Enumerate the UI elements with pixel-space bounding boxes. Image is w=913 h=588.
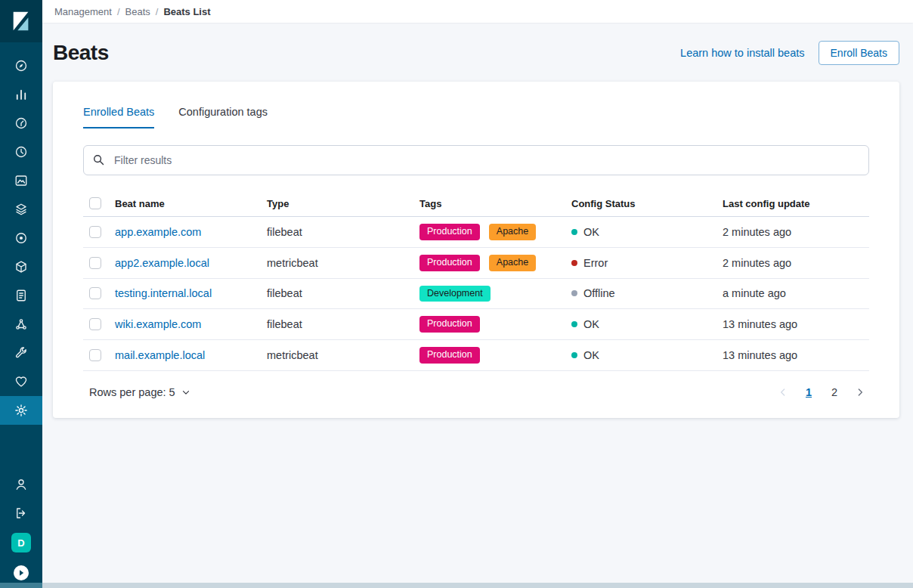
sidebar-item-apm[interactable] — [0, 224, 42, 252]
space-switcher-badge[interactable]: D — [11, 533, 31, 552]
tab-configuration-tags[interactable]: Configuration tags — [178, 98, 268, 128]
tag-badge[interactable]: Production — [419, 255, 480, 271]
beat-type: filebeat — [267, 287, 302, 299]
row-checkbox[interactable] — [89, 318, 101, 330]
row-checkbox[interactable] — [89, 226, 101, 238]
beat-type: metricbeat — [267, 257, 318, 269]
beats-panel: Enrolled Beats Configuration tags Beat n… — [53, 82, 899, 418]
row-checkbox[interactable] — [89, 349, 101, 361]
beat-name-link[interactable]: mail.example.local — [115, 349, 205, 361]
breadcrumb-beats[interactable]: Beats — [125, 6, 150, 17]
canvas-icon — [14, 174, 28, 187]
status-dot — [571, 352, 577, 358]
breadcrumb-current: Beats List — [163, 6, 210, 17]
collapse-nav-button[interactable] — [12, 564, 30, 582]
sidebar-item-canvas[interactable] — [0, 166, 42, 195]
tag-badge[interactable]: Production — [419, 224, 480, 240]
column-header-tags: Tags — [413, 190, 565, 217]
apm-icon — [14, 231, 28, 245]
table-row: wiki.example.com filebeat Production OK … — [83, 309, 869, 340]
table-row: testing.internal.local filebeat Developm… — [83, 278, 869, 309]
filter-input[interactable] — [83, 145, 869, 175]
select-all-checkbox[interactable] — [89, 197, 101, 209]
beat-name-link[interactable]: app.example.com — [115, 226, 201, 238]
rows-per-page-label: Rows per page: 5 — [89, 386, 175, 398]
table-footer: Rows per page: 5 1 2 — [83, 382, 869, 403]
beat-name-link[interactable]: app2.example.local — [115, 257, 209, 269]
beat-name-link[interactable]: wiki.example.com — [115, 318, 201, 330]
table-header-row: Beat name Type Tags Config Status Last c… — [83, 190, 869, 217]
discover-icon — [14, 59, 28, 73]
sidebar-nav — [0, 51, 42, 425]
breadcrumb-management[interactable]: Management — [54, 6, 112, 17]
install-beats-link[interactable]: Learn how to install beats — [680, 47, 804, 59]
sidebar-item-dev-tools[interactable] — [0, 339, 42, 367]
maps-icon — [14, 203, 28, 216]
main-content: Management / Beats / Beats List Beats Le… — [42, 0, 913, 588]
sidebar: D — [0, 0, 42, 588]
status-dot — [571, 260, 577, 266]
dashboard-icon — [14, 116, 28, 130]
sidebar-item-logs[interactable] — [0, 281, 42, 310]
page-title: Beats — [53, 41, 109, 65]
sidebar-item-management[interactable] — [0, 396, 42, 425]
table-row: mail.example.local metricbeat Production… — [83, 340, 869, 371]
sidebar-item-dashboard[interactable] — [0, 109, 42, 138]
chevron-right-icon — [854, 386, 866, 398]
management-icon — [14, 404, 28, 417]
chevron-down-icon — [181, 387, 191, 398]
last-config-update: a minute ago — [723, 287, 786, 299]
tab-enrolled-beats[interactable]: Enrolled Beats — [83, 98, 154, 128]
sidebar-bottom: D — [0, 470, 42, 588]
account-button[interactable] — [0, 470, 42, 499]
logs-icon — [14, 289, 28, 302]
status-dot — [571, 321, 577, 327]
page-2-button[interactable]: 2 — [825, 383, 843, 401]
page-1-button[interactable]: 1 — [800, 383, 818, 401]
kibana-logo[interactable] — [0, 0, 42, 42]
tag-badge[interactable]: Apache — [489, 255, 536, 271]
timelion-icon — [14, 145, 28, 159]
tag-badge[interactable]: Development — [419, 286, 491, 302]
sidebar-item-machine-learning[interactable] — [0, 310, 42, 339]
status-dot — [571, 229, 577, 235]
tag-badge[interactable]: Apache — [489, 224, 536, 240]
search-icon — [92, 153, 105, 166]
tag-badge[interactable]: Production — [419, 347, 480, 364]
status-label: OK — [583, 349, 599, 361]
tag-badge[interactable]: Production — [419, 316, 480, 333]
column-header-type: Type — [261, 190, 413, 217]
breadcrumb-separator: / — [156, 6, 159, 17]
tabs: Enrolled Beats Configuration tags — [83, 98, 869, 128]
last-config-update: 13 minutes ago — [723, 318, 797, 330]
breadcrumb-separator: / — [117, 6, 120, 17]
logout-button[interactable] — [0, 499, 42, 528]
chevron-left-icon — [777, 386, 789, 398]
enroll-beats-button[interactable]: Enroll Beats — [819, 41, 899, 65]
status-label: Offline — [583, 287, 615, 299]
kibana-logo-icon — [10, 10, 32, 32]
bottom-edge — [0, 583, 913, 588]
last-config-update: 2 minutes ago — [723, 226, 791, 238]
sidebar-item-visualize[interactable] — [0, 80, 42, 109]
next-page-button[interactable] — [851, 383, 869, 401]
bottom-edge-content — [42, 583, 913, 588]
sidebar-item-maps[interactable] — [0, 195, 42, 224]
last-config-update: 2 minutes ago — [723, 257, 791, 269]
collapse-icon — [12, 564, 30, 582]
sidebar-item-infrastructure[interactable] — [0, 252, 42, 281]
beat-type: filebeat — [267, 318, 302, 330]
rows-per-page-button[interactable]: Rows per page: 5 — [83, 382, 197, 403]
sidebar-item-monitoring[interactable] — [0, 367, 42, 396]
sidebar-item-discover[interactable] — [0, 51, 42, 80]
beat-name-link[interactable]: testing.internal.local — [115, 287, 212, 299]
page-header: Beats Learn how to install beats Enroll … — [53, 38, 899, 68]
sidebar-item-timelion[interactable] — [0, 138, 42, 166]
column-header-beat-name: Beat name — [109, 190, 261, 217]
previous-page-button[interactable] — [774, 383, 792, 401]
row-checkbox[interactable] — [89, 257, 101, 269]
beat-type: metricbeat — [267, 349, 318, 361]
dev-tools-icon — [14, 346, 28, 360]
row-checkbox[interactable] — [89, 287, 101, 299]
column-header-config-status: Config Status — [565, 190, 716, 217]
